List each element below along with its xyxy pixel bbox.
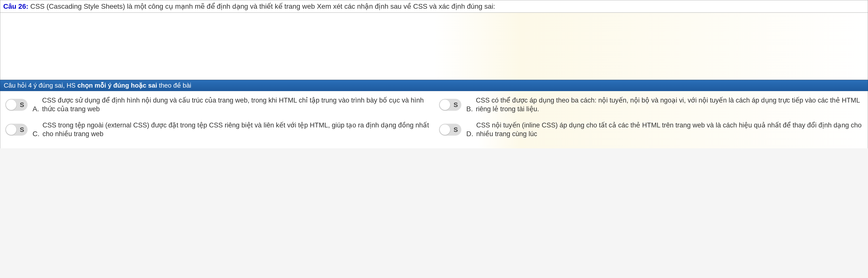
toggle-knob <box>440 124 450 135</box>
toggle-label: S <box>454 101 458 109</box>
answer-letter-d: D. <box>466 130 473 138</box>
toggle-knob <box>6 124 17 135</box>
instruction-suffix: theo đề bài <box>157 82 191 89</box>
answer-c: S C. CSS trong tệp ngoài (external CSS) … <box>0 121 434 138</box>
answer-text-d: CSS nội tuyến (inline CSS) áp dụng cho t… <box>476 121 863 138</box>
toggle-wrap-b: S <box>439 99 461 111</box>
toggle-b[interactable]: S <box>439 99 461 111</box>
answer-letter-c: C. <box>33 130 39 138</box>
instruction-prefix: Câu hỏi 4 ý đúng sai, HS <box>4 82 77 89</box>
answers-row-1: S A. CSS được sử dụng để định hình nội d… <box>0 96 868 113</box>
toggle-a[interactable]: S <box>5 99 28 111</box>
toggle-knob <box>440 100 450 110</box>
toggle-wrap-a: S <box>5 99 28 111</box>
answer-text-b: CSS có thể được áp dụng theo ba cách: nộ… <box>476 96 863 113</box>
toggle-label: S <box>20 101 24 109</box>
toggle-wrap-c: S <box>5 124 28 136</box>
answer-b: S B. CSS có thể được áp dụng theo ba các… <box>434 96 868 113</box>
toggle-wrap-d: S <box>439 124 461 136</box>
question-header: Câu 26: CSS (Cascading Style Sheets) là … <box>0 0 868 13</box>
answer-letter-a: A. <box>33 105 39 113</box>
answers-container: S A. CSS được sử dụng để định hình nội d… <box>0 91 868 148</box>
toggle-label: S <box>454 126 458 134</box>
question-body-area <box>0 13 868 80</box>
toggle-d[interactable]: S <box>439 124 461 136</box>
toggle-c[interactable]: S <box>5 124 28 136</box>
answer-letter-b: B. <box>466 105 473 113</box>
toggle-knob <box>6 100 17 110</box>
toggle-label: S <box>20 126 24 134</box>
answer-a: S A. CSS được sử dụng để định hình nội d… <box>0 96 434 113</box>
question-text: CSS (Cascading Style Sheets) là một công… <box>30 2 495 10</box>
question-number: Câu 26: <box>3 2 28 10</box>
answer-text-c: CSS trong tệp ngoài (external CSS) được … <box>42 121 429 138</box>
answer-text-a: CSS được sử dụng để định hình nội dung v… <box>42 96 429 113</box>
instruction-bar: Câu hỏi 4 ý đúng sai, HS chọn mỗi ý đúng… <box>0 80 868 91</box>
answers-row-2: S C. CSS trong tệp ngoài (external CSS) … <box>0 121 868 138</box>
answer-d: S D. CSS nội tuyến (inline CSS) áp dụng … <box>434 121 868 138</box>
instruction-highlight: chọn mỗi ý đúng hoặc sai <box>77 82 157 89</box>
